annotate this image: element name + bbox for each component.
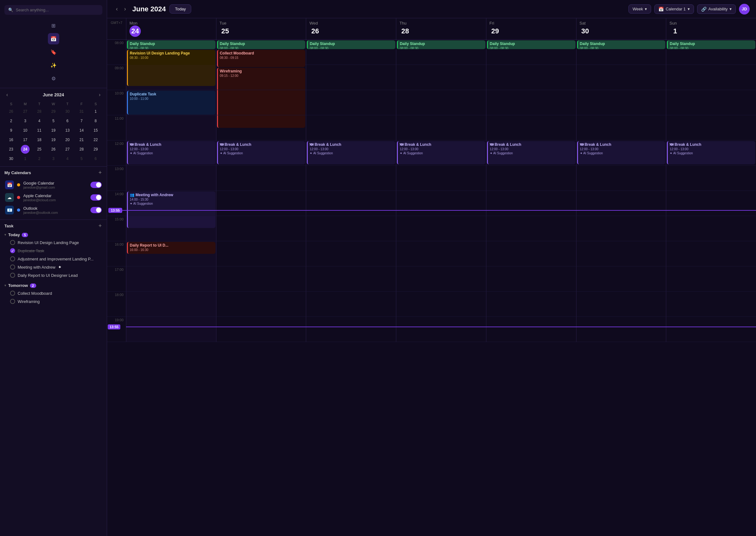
time-slot-sat-11[interactable]	[576, 115, 666, 141]
time-slot-thu-16[interactable]	[396, 241, 486, 266]
time-slot-tue-17[interactable]	[216, 266, 306, 292]
mini-day[interactable]: 15	[91, 126, 100, 135]
calendar-item-outlook[interactable]: 📧 Outlook janedoe@outlook.com	[4, 204, 102, 217]
event-lunch-tue[interactable]: 🍽 Break & Lunch 12:00 - 13:00 ✦ AI Sugge…	[217, 141, 306, 164]
time-slot-thu-08[interactable]: Daily Standup 08:00 - 08:30	[396, 40, 486, 65]
mini-day[interactable]: 22	[91, 135, 100, 144]
add-calendar-button[interactable]: +	[98, 170, 102, 175]
home-icon[interactable]: ⊞	[48, 20, 59, 31]
time-slot-wed-14[interactable]	[306, 191, 396, 216]
time-slot-sun-13[interactable]	[666, 166, 756, 191]
week-selector[interactable]: Week ▾	[629, 4, 651, 14]
time-slot-tue-16[interactable]	[216, 241, 306, 266]
task-item-meeting[interactable]: Meeting with Andrew ✦	[4, 263, 102, 271]
mini-day[interactable]: 20	[63, 135, 72, 144]
mini-day[interactable]: 4	[35, 117, 44, 125]
time-slot-mon-15[interactable]	[126, 216, 216, 241]
task-checkbox[interactable]	[10, 291, 15, 296]
time-slot-sun-18[interactable]	[666, 292, 756, 317]
time-slot-fri-15[interactable]	[486, 216, 576, 241]
time-slot-mon-08[interactable]: Daily Standup 08:00 - 08:30 Revision UI …	[126, 40, 216, 65]
time-slot-sun-16[interactable]	[666, 241, 756, 266]
event-standup-sun[interactable]: Daily Standup 08:00 - 08:30	[667, 40, 755, 49]
mini-day[interactable]: 28	[77, 145, 86, 154]
mini-day[interactable]: 16	[7, 135, 16, 144]
time-slot-sat-17[interactable]	[576, 266, 666, 292]
time-slot-wed-10[interactable]	[306, 90, 396, 115]
time-slot-sun-17[interactable]	[666, 266, 756, 292]
time-slot-mon-18[interactable]	[126, 292, 216, 317]
mini-day[interactable]: 25	[35, 145, 44, 154]
mini-day[interactable]: 13	[63, 126, 72, 135]
time-slot-sat-15[interactable]	[576, 216, 666, 241]
event-duplicate-mon[interactable]: Duplicate Task 10:00 - 11:00	[127, 91, 216, 115]
time-slot-sat-10[interactable]	[576, 90, 666, 115]
time-slot-fri-13[interactable]	[486, 166, 576, 191]
calendar-grid-container[interactable]: 13:55 08:00 Daily Standup 08:00 - 08:30 …	[107, 40, 756, 536]
time-slot-sun-19[interactable]	[666, 317, 756, 342]
mini-day[interactable]: 9	[7, 126, 16, 135]
add-task-button[interactable]: +	[98, 223, 102, 229]
calendar-item-apple[interactable]: ☁ Apple Calendar janedoe@icloud.com	[4, 191, 102, 204]
calendar-item-google[interactable]: 📅 Google Calendar janedoe@gmail.com	[4, 179, 102, 191]
time-slot-sun-12[interactable]: 🍽 Break & Lunch 12:00 - 13:00 ✦ AI Sugge…	[666, 141, 756, 166]
time-slot-sat-09[interactable]	[576, 65, 666, 90]
mini-day[interactable]: 18	[35, 135, 44, 144]
mini-day[interactable]: 29	[91, 145, 100, 154]
time-slot-tue-13[interactable]	[216, 166, 306, 191]
time-slot-mon-14[interactable]: 👥 Meeting with Andrew 14:00 - 15:30 ✦ AI…	[126, 191, 216, 216]
time-slot-fri-14[interactable]	[486, 191, 576, 216]
time-slot-fri-18[interactable]	[486, 292, 576, 317]
mini-day[interactable]: 26	[7, 107, 16, 116]
mini-day[interactable]: 10	[21, 126, 30, 135]
event-lunch-wed[interactable]: 🍽 Break & Lunch 12:00 - 13:00 ✦ AI Sugge…	[307, 141, 395, 164]
mini-day[interactable]: 27	[63, 145, 72, 154]
time-slot-thu-11[interactable]	[396, 115, 486, 141]
time-slot-sun-08[interactable]: Daily Standup 08:00 - 08:30	[666, 40, 756, 65]
time-slot-wed-12[interactable]: 🍽 Break & Lunch 12:00 - 13:00 ✦ AI Sugge…	[306, 141, 396, 166]
task-checkbox[interactable]	[10, 299, 15, 304]
mini-day[interactable]: 6	[91, 154, 100, 163]
event-report-mon[interactable]: Daily Report to UI D... 16:00 - 16:30	[127, 242, 216, 254]
time-slot-wed-13[interactable]	[306, 166, 396, 191]
event-lunch-mon[interactable]: 🍽 Break & Lunch 12:00 - 13:00 ✦ AI Sugge…	[127, 141, 216, 164]
bookmark-icon[interactable]: 🔖	[48, 46, 59, 58]
time-slot-wed-09[interactable]	[306, 65, 396, 90]
time-slot-wed-18[interactable]	[306, 292, 396, 317]
mini-day[interactable]: 11	[35, 126, 44, 135]
task-item-duplicate[interactable]: ✓ Duplicate Task	[4, 247, 102, 255]
time-slot-mon-10[interactable]: Duplicate Task 10:00 - 11:00	[126, 90, 216, 115]
time-slot-sun-11[interactable]	[666, 115, 756, 141]
time-slot-sat-16[interactable]	[576, 241, 666, 266]
time-slot-sat-12[interactable]: 🍽 Break & Lunch 12:00 - 13:00 ✦ AI Sugge…	[576, 141, 666, 166]
event-standup-wed[interactable]: Daily Standup 08:00 - 08:30	[307, 40, 395, 49]
time-slot-mon-12[interactable]: 🍽 Break & Lunch 12:00 - 13:00 ✦ AI Sugge…	[126, 141, 216, 166]
mini-day[interactable]: 14	[77, 126, 86, 135]
mini-cal-prev[interactable]: ‹	[4, 91, 10, 98]
mini-day[interactable]: 17	[21, 135, 30, 144]
mini-day[interactable]: 19	[49, 135, 58, 144]
google-toggle[interactable]	[90, 182, 102, 188]
mini-day[interactable]: 5	[49, 117, 58, 125]
time-slot-mon-19[interactable]	[126, 317, 216, 342]
calendar-icon[interactable]: 📅	[48, 33, 59, 45]
mini-day[interactable]: 29	[49, 107, 58, 116]
time-slot-fri-16[interactable]	[486, 241, 576, 266]
event-standup-thu[interactable]: Daily Standup 08:00 - 08:30	[397, 40, 485, 49]
time-slot-fri-19[interactable]	[486, 317, 576, 342]
time-slot-thu-18[interactable]	[396, 292, 486, 317]
task-checkbox[interactable]	[10, 240, 15, 245]
mini-day[interactable]: 5	[77, 154, 86, 163]
time-slot-wed-17[interactable]	[306, 266, 396, 292]
task-item-adjustment[interactable]: Adjustment and Improvement Landing P...	[4, 255, 102, 263]
time-slot-tue-14[interactable]	[216, 191, 306, 216]
mini-day[interactable]: 31	[77, 107, 86, 116]
time-slot-fri-08[interactable]: Daily Standup 08:00 - 08:30	[486, 40, 576, 65]
mini-cal-next[interactable]: ›	[97, 91, 102, 98]
time-slot-wed-08[interactable]: Daily Standup 08:00 - 08:30	[306, 40, 396, 65]
user-avatar[interactable]: JD	[739, 4, 750, 15]
time-slot-sat-14[interactable]	[576, 191, 666, 216]
task-item-report[interactable]: Daily Report to UI Designer Lead	[4, 271, 102, 279]
time-slot-tue-11[interactable]	[216, 115, 306, 141]
mini-day[interactable]: 2	[7, 117, 16, 125]
